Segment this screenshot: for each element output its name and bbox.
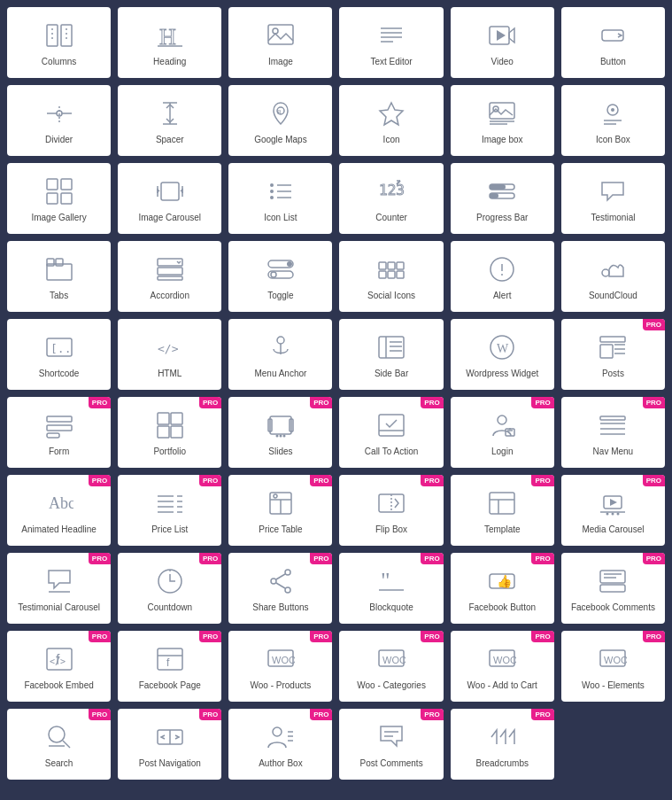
- widget-card-icon-list[interactable]: Icon List: [228, 163, 332, 234]
- widget-card-icon-box[interactable]: Icon Box: [561, 85, 665, 156]
- icon-box-label: Icon Box: [596, 135, 630, 145]
- svg-rect-82: [379, 337, 404, 358]
- svg-rect-69: [397, 262, 404, 269]
- icon-list-icon: [266, 175, 295, 207]
- widget-card-share-buttons[interactable]: PROShare Buttons: [228, 553, 332, 624]
- tabs-label: Tabs: [50, 291, 68, 301]
- svg-rect-96: [47, 433, 59, 438]
- widget-card-price-table[interactable]: PROPrice Table: [228, 475, 332, 546]
- image-carousel-icon: [156, 175, 184, 207]
- nav-menu-icon: [599, 409, 627, 441]
- svg-point-144: [285, 570, 290, 575]
- widget-card-animated-headline[interactable]: PROAbcAnimated Headline: [7, 475, 111, 546]
- toggle-icon: [266, 253, 295, 285]
- animated-headline-icon: Abc: [45, 487, 73, 519]
- woo-products-label: Woo - Products: [251, 680, 312, 691]
- widget-card-woo-elements[interactable]: PROWOOWoo - Elements: [561, 631, 665, 702]
- widget-card-alert[interactable]: Alert: [451, 241, 554, 312]
- widget-card-google-maps[interactable]: 8Google Maps: [228, 85, 332, 156]
- widget-card-search[interactable]: PROSearch: [7, 709, 111, 780]
- widget-card-form[interactable]: PROForm: [7, 397, 111, 468]
- widget-card-price-list[interactable]: PROPrice List: [118, 475, 221, 546]
- svg-rect-61: [158, 268, 182, 275]
- widget-card-menu-anchor[interactable]: Menu Anchor: [228, 319, 332, 390]
- widget-card-shortcode[interactable]: [...]Shortcode: [7, 319, 111, 390]
- search-icon: [45, 721, 73, 753]
- widget-card-tabs[interactable]: Tabs: [7, 241, 111, 312]
- svg-rect-89: [600, 337, 625, 342]
- widget-card-facebook-page[interactable]: PROfFacebook Page: [118, 631, 221, 702]
- svg-rect-113: [600, 416, 625, 420]
- pro-badge: PRO: [310, 553, 332, 564]
- widget-card-spacer[interactable]: Spacer: [118, 85, 221, 156]
- heading-icon: H: [156, 19, 184, 51]
- widget-card-blockquote[interactable]: PRO"Blockquote: [339, 553, 443, 624]
- widget-card-wordpress-widget[interactable]: WWordpress Widget: [451, 319, 554, 390]
- widget-card-accordion[interactable]: Accordion: [118, 241, 221, 312]
- widget-card-progress-bar[interactable]: Progress Bar: [451, 163, 554, 234]
- widget-card-image-carousel[interactable]: Image Carousel: [118, 163, 221, 234]
- svg-point-138: [606, 513, 609, 516]
- image-box-label: Image box: [482, 135, 523, 145]
- widget-card-woo-add-to-cart[interactable]: PROWOOWoo - Add to Cart: [451, 631, 554, 702]
- svg-rect-42: [161, 183, 179, 200]
- widget-card-social-icons[interactable]: Social Icons: [339, 241, 443, 312]
- widget-card-image[interactable]: Image: [228, 7, 332, 78]
- widget-card-testimonial[interactable]: Testimonial: [561, 163, 665, 234]
- image-box-icon: [488, 97, 516, 129]
- widget-card-portfolio[interactable]: PROPortfolio: [118, 397, 221, 468]
- svg-text:123: 123: [379, 182, 405, 198]
- widget-card-columns[interactable]: Columns: [7, 7, 111, 78]
- widget-card-counter[interactable]: 123Counter: [339, 163, 443, 234]
- widget-card-post-navigation[interactable]: PROPost Navigation: [118, 709, 221, 780]
- widget-card-facebook-comments[interactable]: PROFacebook Comments: [561, 553, 665, 624]
- svg-rect-62: [158, 276, 182, 280]
- widget-card-slides[interactable]: PROSlides: [228, 397, 332, 468]
- widget-card-flip-box[interactable]: PROFlip Box: [339, 475, 443, 546]
- svg-text:</>: </>: [158, 342, 179, 355]
- widget-card-call-to-action[interactable]: PROCall To Action: [339, 397, 443, 468]
- widget-card-countdown[interactable]: PROCountdown: [118, 553, 221, 624]
- text-editor-icon: [377, 19, 406, 51]
- widget-card-posts[interactable]: PROPosts: [561, 319, 665, 390]
- widget-card-soundcloud[interactable]: SoundCloud: [561, 241, 665, 312]
- svg-point-176: [273, 727, 282, 736]
- pro-badge: PRO: [199, 475, 221, 486]
- widget-card-side-bar[interactable]: Side Bar: [339, 319, 443, 390]
- widget-card-breadcrumbs[interactable]: PROBreadcrumbs: [451, 709, 554, 780]
- widget-card-nav-menu[interactable]: PRONav Menu: [561, 397, 665, 468]
- shortcode-icon: [...]: [45, 331, 73, 363]
- widget-card-text-editor[interactable]: Text Editor: [339, 7, 443, 78]
- countdown-label: Countdown: [147, 602, 192, 613]
- widget-card-button[interactable]: Button: [561, 7, 665, 78]
- widget-card-heading[interactable]: HHeading: [118, 7, 221, 78]
- widget-card-woo-products[interactable]: PROWOOWoo - Products: [228, 631, 332, 702]
- menu-anchor-icon: [266, 331, 295, 363]
- price-table-label: Price Table: [259, 524, 302, 535]
- widget-card-login[interactable]: PROLogin: [451, 397, 554, 468]
- widget-card-author-box[interactable]: PROAuthor Box: [228, 709, 332, 780]
- widget-card-html[interactable]: </>HTML: [118, 319, 221, 390]
- widget-card-testimonial-carousel[interactable]: PROTestimonial Carousel: [7, 553, 111, 624]
- widget-card-woo-categories[interactable]: PROWOOWoo - Categories: [339, 631, 443, 702]
- widget-card-template[interactable]: PROTemplate: [451, 475, 554, 546]
- pro-badge: PRO: [421, 631, 443, 642]
- svg-rect-156: [600, 585, 625, 592]
- counter-icon: 123: [377, 175, 406, 207]
- template-icon: [488, 487, 516, 519]
- widget-card-divider[interactable]: Divider: [7, 85, 111, 156]
- tabs-icon: [45, 253, 73, 285]
- widget-card-image-box[interactable]: Image box: [451, 85, 554, 156]
- wordpress-widget-icon: W: [488, 331, 516, 363]
- widget-card-facebook-button[interactable]: PRO👍Facebook Button: [451, 553, 554, 624]
- widget-card-video[interactable]: Video: [451, 7, 554, 78]
- widget-card-post-comments[interactable]: PROPost Comments: [339, 709, 443, 780]
- widget-card-icon[interactable]: Icon: [339, 85, 443, 156]
- widget-card-image-gallery[interactable]: Image Gallery: [7, 163, 111, 234]
- woo-add-to-cart-icon: WOO: [488, 643, 516, 675]
- widget-card-media-carousel[interactable]: PROMedia Carousel: [561, 475, 665, 546]
- widget-card-toggle[interactable]: Toggle: [228, 241, 332, 312]
- svg-text:WOO: WOO: [493, 655, 516, 665]
- widget-card-facebook-embed[interactable]: PROf</>Facebook Embed: [7, 631, 111, 702]
- counter-label: Counter: [375, 213, 407, 223]
